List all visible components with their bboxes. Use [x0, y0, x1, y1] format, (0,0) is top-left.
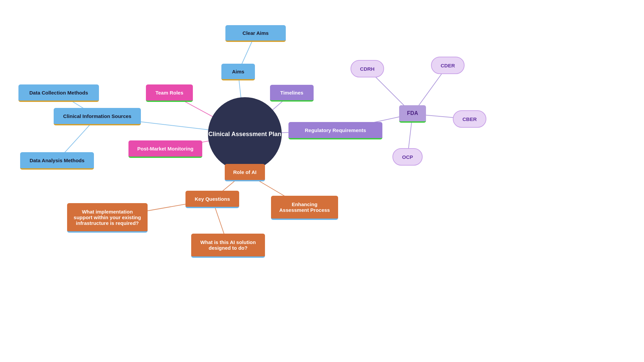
node-what-is-node[interactable]: What is this AI solution designed to do? [191, 234, 265, 258]
node-post-market-label: Post-Market Monitoring [137, 146, 194, 152]
node-reg-req-node[interactable]: Regulatory Requirements [288, 122, 382, 139]
node-fda-label: FDA [407, 110, 418, 116]
node-data-analysis-node[interactable]: Data Analysis Methods [20, 152, 94, 170]
node-role-ai-label: Role of AI [233, 169, 256, 175]
node-cder-node[interactable]: CDER [431, 57, 465, 74]
node-aims-node[interactable]: Aims [221, 64, 255, 80]
node-reg-req-label: Regulatory Requirements [305, 127, 366, 133]
node-team-roles-node[interactable]: Team Roles [146, 84, 193, 102]
center-label: Clinical Assessment Plan [208, 131, 281, 138]
node-cdrh-node[interactable]: CDRH [351, 60, 384, 77]
node-cber-label: CBER [463, 116, 477, 122]
node-fda-node[interactable]: FDA [399, 105, 426, 123]
node-cber-node[interactable]: CBER [453, 110, 486, 128]
node-what-is-label: What is this AI solution designed to do? [197, 239, 260, 251]
node-ocp-node[interactable]: OCP [392, 148, 423, 166]
connections-svg [0, 0, 644, 362]
node-key-questions-node[interactable]: Key Questions [185, 191, 239, 208]
node-team-roles-label: Team Roles [155, 90, 183, 96]
node-cdrh-label: CDRH [360, 66, 374, 72]
node-role-ai-node[interactable]: Role of AI [225, 164, 265, 181]
node-data-collection-label: Data Collection Methods [29, 90, 88, 96]
node-clinical-info-node[interactable]: Clinical Information Sources [54, 108, 141, 125]
node-enhancing-label: Enhancing Assessment Process [276, 201, 333, 213]
node-timelines-node[interactable]: Timelines [270, 85, 314, 102]
node-key-questions-label: Key Questions [195, 196, 230, 202]
center-node[interactable]: Clinical Assessment Plan [208, 97, 282, 171]
node-timelines-label: Timelines [280, 90, 304, 96]
node-clear-aims-node[interactable]: Clear Aims [225, 25, 286, 42]
mindmap-container: Clinical Assessment Plan Clear AimsAimsT… [0, 0, 644, 362]
node-what-impl-node[interactable]: What implementation support within your … [67, 203, 148, 233]
node-data-collection-node[interactable]: Data Collection Methods [18, 84, 99, 102]
node-data-analysis-label: Data Analysis Methods [30, 158, 85, 163]
node-aims-label: Aims [232, 69, 245, 74]
node-what-impl-label: What implementation support within your … [72, 209, 142, 226]
node-ocp-label: OCP [402, 154, 413, 160]
node-cder-label: CDER [441, 63, 455, 68]
node-clear-aims-label: Clear Aims [243, 30, 269, 36]
node-enhancing-node[interactable]: Enhancing Assessment Process [271, 196, 338, 220]
node-post-market-node[interactable]: Post-Market Monitoring [128, 140, 202, 158]
node-clinical-info-label: Clinical Information Sources [63, 113, 131, 119]
